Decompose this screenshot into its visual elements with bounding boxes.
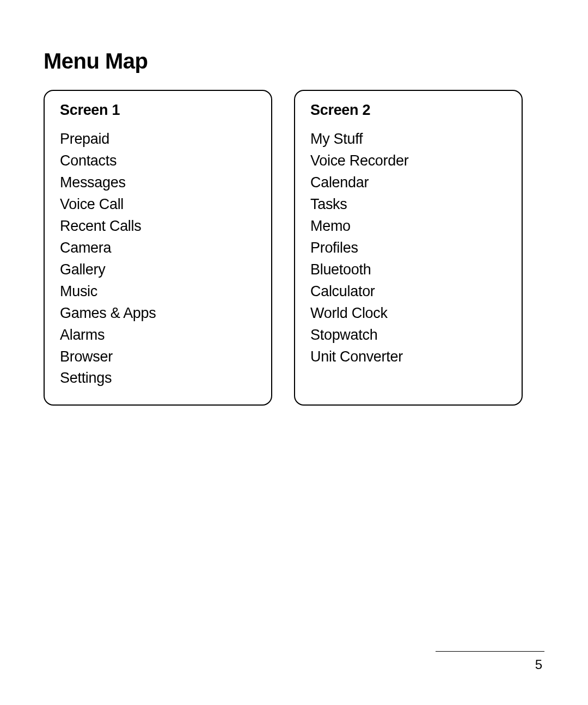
screen-1-box: Screen 1 Prepaid Contacts Messages Voice… — [44, 90, 272, 406]
list-item: Gallery — [60, 259, 256, 281]
list-item: Prepaid — [60, 128, 256, 150]
list-item: Camera — [60, 237, 256, 259]
list-item: Bluetooth — [310, 259, 506, 281]
list-item: Messages — [60, 172, 256, 194]
page-title: Menu Map — [44, 49, 544, 73]
list-item: Music — [60, 281, 256, 303]
list-item: Calculator — [310, 281, 506, 303]
list-item: Unit Converter — [310, 346, 506, 368]
list-item: Alarms — [60, 324, 256, 346]
list-item: Contacts — [60, 150, 256, 172]
list-item: Tasks — [310, 194, 506, 216]
footer-divider — [436, 651, 544, 652]
list-item: Voice Call — [60, 194, 256, 216]
list-item: Recent Calls — [60, 216, 256, 237]
list-item: Browser — [60, 346, 256, 368]
list-item: Settings — [60, 367, 256, 389]
list-item: Voice Recorder — [310, 150, 506, 172]
screen-2-box: Screen 2 My Stuff Voice Recorder Calenda… — [294, 90, 523, 406]
list-item: My Stuff — [310, 128, 506, 150]
list-item: Profiles — [310, 237, 506, 259]
columns-container: Screen 1 Prepaid Contacts Messages Voice… — [44, 90, 544, 406]
list-item: Games & Apps — [60, 303, 256, 324]
page-footer: 5 — [436, 651, 544, 672]
page-number: 5 — [436, 657, 544, 672]
list-item: Stopwatch — [310, 324, 506, 346]
list-item: World Clock — [310, 303, 506, 324]
list-item: Memo — [310, 216, 506, 237]
list-item: Calendar — [310, 172, 506, 194]
screen-2-title: Screen 2 — [310, 102, 506, 119]
screen-1-title: Screen 1 — [60, 102, 256, 119]
